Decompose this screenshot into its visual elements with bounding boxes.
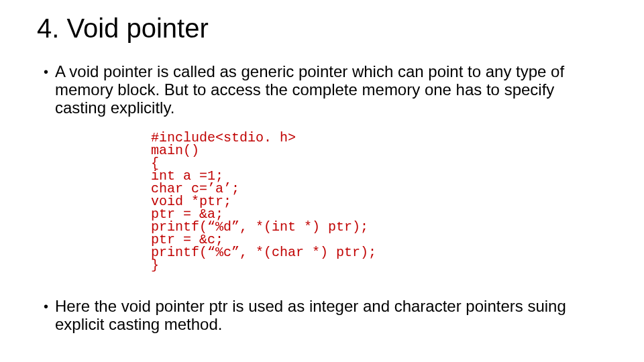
bullet-1-text: A void pointer is called as generic poin…: [55, 62, 607, 117]
bullet-2: • Here the void pointer ptr is used as i…: [44, 297, 607, 333]
code-line-1: #include<stdio. h>: [151, 131, 607, 144]
bullet-2-text: Here the void pointer ptr is used as int…: [55, 297, 607, 333]
slide: 4. Void pointer • A void pointer is call…: [0, 0, 644, 362]
code-line-11: }: [151, 259, 607, 272]
code-line-2: main(): [151, 144, 607, 157]
bullet-1: • A void pointer is called as generic po…: [44, 62, 607, 117]
bullet-dot-icon: •: [44, 297, 48, 316]
code-block: #include<stdio. h> main() { int a =1; ch…: [151, 131, 607, 272]
code-line-10: printf(“%c”, *(char *) ptr);: [151, 246, 607, 259]
slide-title: 4. Void pointer: [37, 13, 607, 44]
bullet-dot-icon: •: [44, 62, 48, 81]
